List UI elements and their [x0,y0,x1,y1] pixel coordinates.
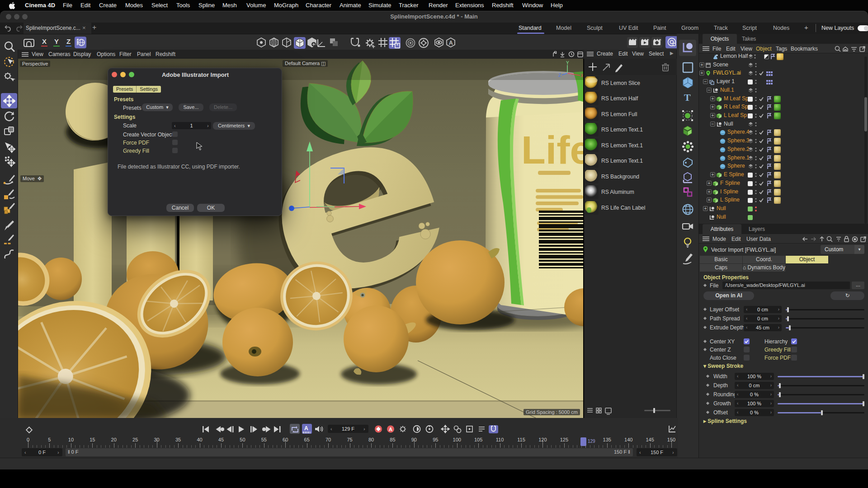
svg-text:A: A [389,427,392,432]
svg-text:Z: Z [558,73,561,78]
svg-text:A: A [449,40,453,46]
svg-text:Life: Life [521,127,583,172]
svg-text:T: T [684,92,691,103]
svg-text:Y: Y [566,61,569,66]
svg-text:X: X [580,73,583,78]
